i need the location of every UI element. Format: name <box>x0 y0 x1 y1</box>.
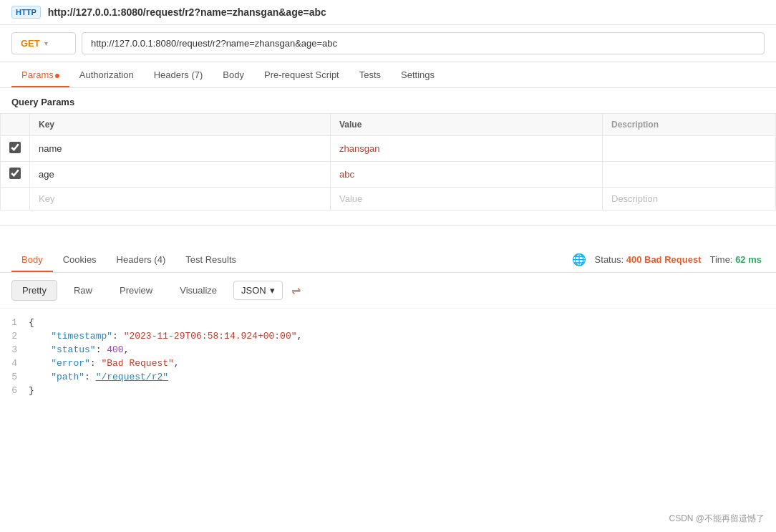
chevron-down-icon: ▾ <box>270 285 275 296</box>
format-visualize-button[interactable]: Visualize <box>169 280 228 301</box>
url-input[interactable] <box>82 32 765 54</box>
time-value: 62 ms <box>735 254 762 265</box>
response-status-area: 🌐 Status: 400 Bad Request Time: 62 ms <box>572 253 765 266</box>
row1-checkbox[interactable] <box>9 142 21 153</box>
format-preview-button[interactable]: Preview <box>109 280 163 301</box>
tab-settings[interactable]: Settings <box>391 62 445 87</box>
title-bar-url: http://127.0.0.1:8080/request/r2?name=zh… <box>48 6 326 18</box>
row1-desc-cell <box>603 136 776 162</box>
params-table: Key Value Description name zhansgan age <box>0 113 776 211</box>
tab-body[interactable]: Body <box>213 62 254 87</box>
code-line: 1 { <box>0 316 776 329</box>
empty-key-cell[interactable]: Key <box>30 188 331 211</box>
code-line: 4 "error": "Bad Request", <box>0 357 776 370</box>
tabs-bar: Params Authorization Headers (7) Body Pr… <box>0 62 776 88</box>
table-header-row: Key Value Description <box>1 114 776 136</box>
tab-tests[interactable]: Tests <box>349 62 391 87</box>
row1-checkbox-cell <box>1 136 30 162</box>
row1-key-cell: name <box>30 136 331 162</box>
wrap-icon[interactable]: ⇌ <box>288 281 304 300</box>
response-body-code: 1 { 2 "timestamp": "2023-11-29T06:58:14.… <box>0 309 776 405</box>
row2-checkbox-cell <box>1 162 30 188</box>
code-line: 5 "path": "/request/r2" <box>0 370 776 384</box>
row2-value-cell: abc <box>331 162 603 188</box>
http-icon: HTTP <box>11 6 41 19</box>
json-format-select[interactable]: JSON ▾ <box>233 281 283 300</box>
table-row: age abc <box>1 162 776 188</box>
globe-icon: 🌐 <box>572 253 586 266</box>
tab-authorization[interactable]: Authorization <box>69 62 144 87</box>
method-text: GET <box>21 38 40 49</box>
empty-desc-cell[interactable]: Description <box>603 188 776 211</box>
empty-value-cell[interactable]: Value <box>331 188 603 211</box>
method-select[interactable]: GET ▾ <box>11 32 76 54</box>
params-dot <box>55 74 59 78</box>
request-bar: GET ▾ <box>0 25 776 62</box>
status-code: 400 Bad Request <box>626 254 702 265</box>
code-line: 3 "status": 400, <box>0 343 776 357</box>
response-tab-headers[interactable]: Headers (4) <box>107 247 176 272</box>
time-label: Time: 62 ms <box>709 254 762 265</box>
format-pretty-button[interactable]: Pretty <box>11 280 57 301</box>
row2-checkbox[interactable] <box>9 168 21 179</box>
response-tab-body[interactable]: Body <box>11 247 53 272</box>
empty-checkbox-cell <box>1 188 30 211</box>
row2-key-cell: age <box>30 162 331 188</box>
section-header-query-params: Query Params <box>0 88 776 113</box>
row1-value-cell: zhansgan <box>331 136 603 162</box>
table-row: name zhansgan <box>1 136 776 162</box>
format-raw-button[interactable]: Raw <box>63 280 103 301</box>
chevron-down-icon: ▾ <box>44 39 48 47</box>
title-bar: HTTP http://127.0.0.1:8080/request/r2?na… <box>0 0 776 25</box>
tab-prerequest[interactable]: Pre-request Script <box>254 62 349 87</box>
col-checkbox <box>1 114 30 136</box>
table-row-empty: Key Value Description <box>1 188 776 211</box>
col-description: Description <box>603 114 776 136</box>
col-value: Value <box>331 114 603 136</box>
response-tab-testresults[interactable]: Test Results <box>175 247 246 272</box>
response-tabs-bar: Body Cookies Headers (4) Test Results 🌐 … <box>0 247 776 273</box>
tab-headers[interactable]: Headers (7) <box>144 62 213 87</box>
response-tab-cookies[interactable]: Cookies <box>53 247 107 272</box>
row2-desc-cell <box>603 162 776 188</box>
status-label: Status: 400 Bad Request <box>595 254 702 265</box>
code-line: 2 "timestamp": "2023-11-29T06:58:14.924+… <box>0 329 776 343</box>
code-line: 6 } <box>0 384 776 397</box>
col-key: Key <box>30 114 331 136</box>
tab-params[interactable]: Params <box>11 62 69 87</box>
format-bar: Pretty Raw Preview Visualize JSON ▾ ⇌ <box>0 273 776 309</box>
